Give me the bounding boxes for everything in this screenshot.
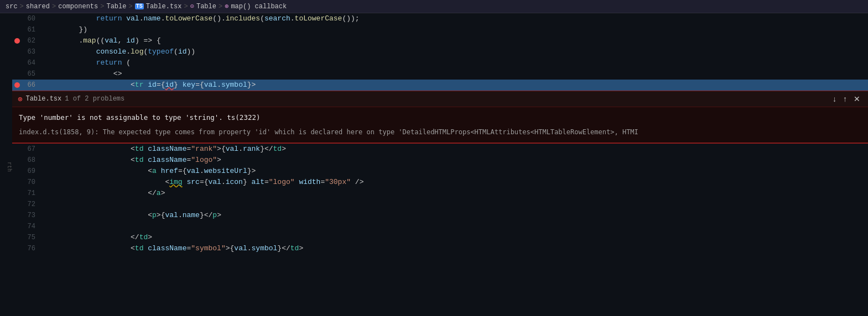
line-number-68: 68 xyxy=(12,155,40,166)
code-line-60: 60 return val.name.toLowerCase().include… xyxy=(12,13,868,24)
error-separator xyxy=(12,143,868,143)
line-content-61: }) xyxy=(40,24,868,35)
line-number-64: 64 xyxy=(12,57,40,69)
code-line-74: 74 xyxy=(12,221,868,232)
left-sidebar: rth ond d xyxy=(0,13,12,316)
error-navigation: ↓ ↑ ✕ xyxy=(830,93,862,104)
line-number-74: 74 xyxy=(12,221,40,232)
line-content-71: </a> xyxy=(40,188,868,199)
breadcrumb-shared: shared xyxy=(26,3,50,10)
code-line-67: 67 <td className="rank">{val.rank}</td> xyxy=(12,144,868,155)
line-number-61: 61 xyxy=(12,24,40,35)
error-panel-header-left: ⊗ Table.tsx 1 of 2 problems xyxy=(18,94,124,104)
lower-code-section: 67 <td className="rank">{val.rank}</td> … xyxy=(12,144,868,254)
editor-container: src > shared > components > Table > TS T… xyxy=(0,0,868,316)
code-line-72: 72 xyxy=(12,199,868,210)
error-nav-up[interactable]: ↑ xyxy=(841,93,849,104)
code-line-62: 62 .map((val, id) => { xyxy=(12,35,868,46)
line-number-73: 73 xyxy=(12,210,40,221)
line-content-70: <img src={val.icon} alt="logo" width="30… xyxy=(40,177,868,188)
code-line-65: 65 <> xyxy=(12,69,868,80)
line-content-62: .map((val, id) => { xyxy=(40,35,868,46)
line-number-62: 62 xyxy=(12,35,40,46)
line-content-74 xyxy=(40,221,868,232)
breadcrumb-method: map() callback xyxy=(231,3,287,10)
line-number-72: 72 xyxy=(12,199,40,210)
code-line-73: 73 <p>{val.name}</p> xyxy=(12,210,868,221)
line-number-66: 66 xyxy=(12,80,40,91)
code-line-76: 76 <td className="symbol">{val.symbol}</… xyxy=(12,243,868,254)
line-number-65: 65 xyxy=(12,69,40,80)
code-line-63: 63 console.log(typeof(id)) xyxy=(12,46,868,57)
line-content-76: <td className="symbol">{val.symbol}</td> xyxy=(40,243,868,254)
code-line-61: 61 }) xyxy=(12,24,868,35)
breadcrumb-components: components xyxy=(58,3,98,10)
line-content-75: </td> xyxy=(40,232,868,243)
upper-code-section: 60 return val.name.toLowerCase().include… xyxy=(12,13,868,91)
error-panel-header: ⊗ Table.tsx 1 of 2 problems ↓ ↑ ✕ xyxy=(12,91,868,107)
breadcrumb-src: src xyxy=(6,3,18,10)
error-messages: Type 'number' is not assignable to type … xyxy=(12,107,868,143)
error-circle-icon: ⊗ xyxy=(18,94,22,104)
map-icon: ⊛ xyxy=(225,2,228,10)
line-number-71: 71 xyxy=(12,188,40,199)
error-message-2: index.d.ts(1858, 9): The expected type c… xyxy=(19,127,861,138)
code-area[interactable]: 60 return val.name.toLowerCase().include… xyxy=(12,13,868,316)
error-nav-down[interactable]: ↓ xyxy=(830,93,839,104)
line-content-64: return ( xyxy=(40,57,868,69)
line-content-67: <td className="rank">{val.rank}</td> xyxy=(40,144,868,155)
code-line-70: 70 <img src={val.icon} alt="logo" width=… xyxy=(12,177,868,188)
line-number-60: 60 xyxy=(12,13,40,24)
line-number-75: 75 xyxy=(12,232,40,243)
error-filename: Table.tsx xyxy=(25,95,61,103)
code-line-71: 71 </a> xyxy=(12,188,868,199)
line-number-76: 76 xyxy=(12,243,40,254)
code-line-69: 69 <a href={val.websiteUrl}> xyxy=(12,166,868,177)
line-content-72 xyxy=(40,199,868,210)
line-number-69: 69 xyxy=(12,166,40,177)
breadcrumb-file: Table.tsx xyxy=(146,3,182,10)
line-number-70: 70 xyxy=(12,177,40,188)
line-content-68: <td className="logo"> xyxy=(40,155,868,166)
error-panel: ⊗ Table.tsx 1 of 2 problems ↓ ↑ ✕ Type '… xyxy=(12,91,868,144)
code-line-64: 64 return ( xyxy=(12,57,868,69)
sidebar-text-1: rth xyxy=(6,162,12,172)
code-line-68: 68 <td className="logo"> xyxy=(12,155,868,166)
line-number-67: 67 xyxy=(12,144,40,155)
main-layout: rth ond d 60 return val.name.toLowerCase… xyxy=(0,13,868,316)
ts-file-icon: TS xyxy=(135,3,144,9)
line-number-63: 63 xyxy=(12,46,40,57)
line-content-66: <tr id={id} key={val.symbol}> xyxy=(40,80,868,91)
line-content-69: <a href={val.websiteUrl}> xyxy=(40,166,868,177)
breadcrumb: src > shared > components > Table > TS T… xyxy=(0,0,868,13)
line-content-63: console.log(typeof(id)) xyxy=(40,46,868,57)
line-content-65: <> xyxy=(40,69,868,80)
line-content-60: return val.name.toLowerCase().includes(s… xyxy=(40,13,868,24)
code-line-66: 66 <tr id={id} key={val.symbol}> xyxy=(12,80,868,91)
breadcrumb-component: Table xyxy=(196,3,216,10)
code-line-75: 75 </td> xyxy=(12,232,868,243)
error-message-1: Type 'number' is not assignable to type … xyxy=(19,112,861,123)
error-close-button[interactable]: ✕ xyxy=(851,93,862,104)
line-content-73: <p>{val.name}</p> xyxy=(40,210,868,221)
error-problem-count: 1 of 2 problems xyxy=(65,95,124,103)
breakpoint-66 xyxy=(14,82,20,88)
component-icon: ⊙ xyxy=(190,2,194,10)
breakpoint-62 xyxy=(14,38,20,44)
breadcrumb-table-folder: Table xyxy=(106,3,126,10)
